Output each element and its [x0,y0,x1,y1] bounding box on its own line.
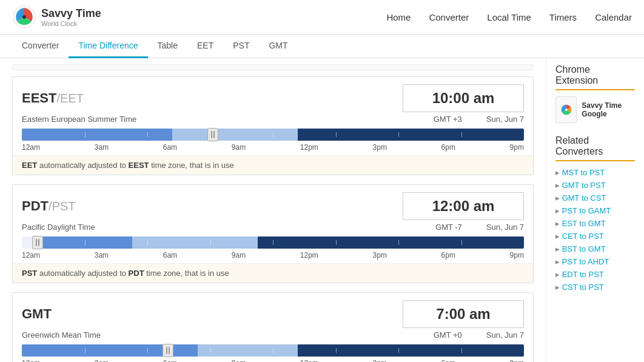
tab-bar: Converter Time Difference Table EET PST … [0,35,644,58]
scroll-stub [12,64,534,70]
eest-slider-labels: 12am 3am 6am 9am 12pm 3pm 6pm 9pm [22,142,524,155]
related-link-0[interactable]: MST to PST [555,166,635,179]
eest-gmt: GMT +3 [434,115,462,124]
related-link-4[interactable]: EST to GMT [555,217,635,230]
eest-time: 10:00 am [403,84,524,112]
tz-card-eest: EEST / EET 10:00 am Eastern European Sum… [12,76,534,175]
eest-slider-container: 12am 3am 6am 9am 12pm 3pm 6pm 9pm [13,129,533,155]
related-link-7[interactable]: PST to AHDT [555,255,635,268]
eest-abbr-main: EEST [22,90,56,106]
tz-card-pdt: PDT / PST 12:00 am Pacific Daylight Time… [12,184,534,283]
nav-calendar[interactable]: Calendar [595,12,632,22]
logo-main: Savvy Time [41,7,101,20]
related-link-6[interactable]: BST to GMT [555,243,635,255]
ext-name: Savvy Time Google [582,101,635,118]
pdt-slider-labels: 12am 3am 6am 9am 12pm 3pm 6pm 9pm [22,250,524,263]
pdt-slider-track[interactable] [22,236,524,249]
gmt-slider-track[interactable] [22,344,524,357]
related-link-9[interactable]: CST to PST [555,281,635,293]
logo-icon [12,5,36,29]
pdt-slider-handle[interactable] [32,236,43,249]
related-links: MST to PST GMT to PST GMT to CST PST to … [555,166,635,293]
gmt-offset: GMT +0 [434,330,462,340]
svg-point-4 [565,109,568,111]
gmt-abbr-main: GMT [22,306,52,322]
eest-slider-track[interactable] [22,129,524,141]
related-link-8[interactable]: EDT to PST [555,268,635,281]
gmt-date: Sun, Jun 7 [486,330,524,340]
nav-converter[interactable]: Converter [429,12,469,22]
pdt-date: Sun, Jun 7 [486,223,524,232]
tab-pst[interactable]: PST [223,35,259,58]
related-link-2[interactable]: GMT to CST [555,192,635,204]
eest-slider-handle[interactable] [207,128,218,141]
pdt-abbr-main: PDT [22,198,49,214]
gmt-full-name: Greenwich Mean Time [22,330,101,340]
eest-note-b2: EEST [129,161,149,170]
tab-gmt[interactable]: GMT [259,35,297,58]
tab-eet[interactable]: EET [187,35,223,58]
gmt-time: 7:00 am [403,300,524,328]
pdt-abbr-alt: PST [52,199,76,213]
pdt-gmt: GMT -7 [435,223,462,232]
related-title: Related Converters [555,135,635,161]
nav-home[interactable]: Home [386,12,411,22]
tz-card-gmt: GMT 7:00 am Greenwich Mean Time GMT +0 S… [12,292,534,362]
tab-time-difference[interactable]: Time Difference [69,35,147,58]
gmt-slider-container: 12am 3am 6am 9am 12pm 3pm 6pm 9pm [13,344,533,362]
main-nav: Home Converter Local Time Timers Calenda… [386,12,632,22]
gmt-slider-handle[interactable] [163,344,173,357]
header: Savvy Time World Clock Home Converter Lo… [0,0,644,35]
eest-note-b1: EET [22,161,37,170]
pdt-note-b1: PST [22,269,37,278]
logo-sub: World Clock [41,20,101,27]
svg-point-1 [22,15,26,19]
sidebar: Chrome Extension Savvy Time Google Relat… [546,58,644,362]
pdt-note: PST automatically adjusted to PDT time z… [13,263,533,283]
ext-icon [555,96,577,123]
chrome-ext-title: Chrome Extension [555,64,635,90]
eest-abbr-alt: EET [60,92,84,106]
nav-timers[interactable]: Timers [549,12,577,22]
tab-table[interactable]: Table [148,35,187,58]
tab-converter[interactable]: Converter [12,35,69,58]
pdt-note-b2: PDT [129,269,144,278]
related-link-5[interactable]: CET to PST [555,230,635,243]
pdt-time: 12:00 am [403,192,524,220]
eest-full-name: Eastern European Summer Time [22,115,136,124]
gmt-slider-labels: 12am 3am 6am 9am 12pm 3pm 6pm 9pm [22,358,524,362]
main-content: EEST / EET 10:00 am Eastern European Sum… [0,58,546,362]
logo-area: Savvy Time World Clock [12,5,101,29]
related-link-1[interactable]: GMT to PST [555,179,635,192]
nav-local-time[interactable]: Local Time [487,12,531,22]
chrome-ext-item: Savvy Time Google [555,96,635,123]
related-link-3[interactable]: PST to GAMT [555,204,635,217]
eest-date: Sun, Jun 7 [486,115,524,124]
pdt-full-name: Pacific Daylight Time [22,223,95,232]
eest-note: EET automatically adjusted to EEST time … [13,155,533,175]
page-body: EEST / EET 10:00 am Eastern European Sum… [0,58,644,362]
pdt-slider-container: 12am 3am 6am 9am 12pm 3pm 6pm 9pm [13,236,533,263]
